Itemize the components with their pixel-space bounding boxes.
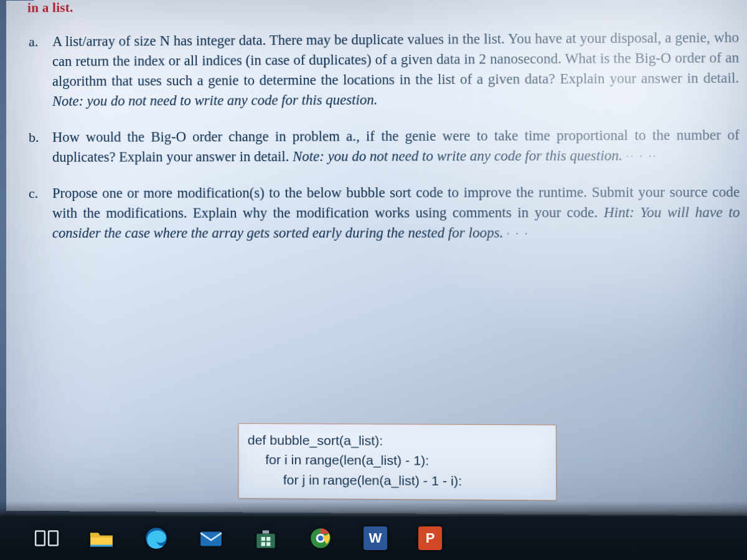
question-b-note: Note: you do not need to write any code … <box>293 147 622 164</box>
store-icon[interactable] <box>253 525 279 551</box>
monitor: in a list. a. A list/array of size N has… <box>0 0 747 516</box>
code-line-3: for j in range(len(a_list) - 1 - i): <box>248 469 547 491</box>
powerpoint-tile: P <box>418 526 442 550</box>
photo-of-screen: in a list. a. A list/array of size N has… <box>0 0 747 560</box>
word-letter: W <box>369 530 382 546</box>
question-a-body: A list/array of size N has integer data.… <box>52 29 739 89</box>
question-b: b. How would the Big-O order change in p… <box>52 125 740 167</box>
file-explorer-icon[interactable] <box>88 525 115 551</box>
question-list: a. A list/array of size N has integer da… <box>24 27 744 243</box>
svg-rect-1 <box>49 531 58 545</box>
svg-rect-9 <box>266 542 270 546</box>
code-snippet-box: def bubble_sort(a_list): for i in range(… <box>238 423 557 501</box>
question-a-note: Note: you do not need to write any code … <box>52 91 378 108</box>
svg-rect-7 <box>266 537 270 541</box>
question-b-marker: b. <box>29 128 39 147</box>
edge-icon[interactable] <box>143 525 169 551</box>
windows-taskbar: W P <box>0 516 747 560</box>
question-c: c. Propose one or more modification(s) t… <box>52 182 740 243</box>
question-a-marker: a. <box>29 32 38 51</box>
mail-icon[interactable] <box>198 525 224 551</box>
svg-rect-8 <box>261 542 265 546</box>
svg-point-12 <box>318 536 323 541</box>
code-line-1: def bubble_sort(a_list): <box>248 430 547 451</box>
task-view-icon[interactable] <box>34 525 60 551</box>
word-icon[interactable]: W <box>362 525 388 551</box>
svg-rect-4 <box>200 532 222 546</box>
powerpoint-icon[interactable]: P <box>417 525 443 551</box>
svg-rect-6 <box>261 537 265 541</box>
question-a: a. A list/array of size N has integer da… <box>52 27 740 111</box>
svg-rect-0 <box>35 531 45 545</box>
document-viewport: in a list. a. A list/array of size N has… <box>6 0 747 516</box>
artifact-dots-2: · · · <box>507 228 529 239</box>
question-c-marker: c. <box>29 184 38 203</box>
word-tile: W <box>364 526 387 550</box>
powerpoint-letter: P <box>426 530 435 546</box>
svg-rect-5 <box>256 534 275 548</box>
browser-icon[interactable] <box>308 525 334 551</box>
code-line-2: for i in range(len(a_list) - 1): <box>248 450 547 472</box>
artifact-dots: ·· · ·· <box>626 151 658 162</box>
svg-rect-2 <box>90 545 113 547</box>
partial-heading: in a list. <box>27 0 743 16</box>
